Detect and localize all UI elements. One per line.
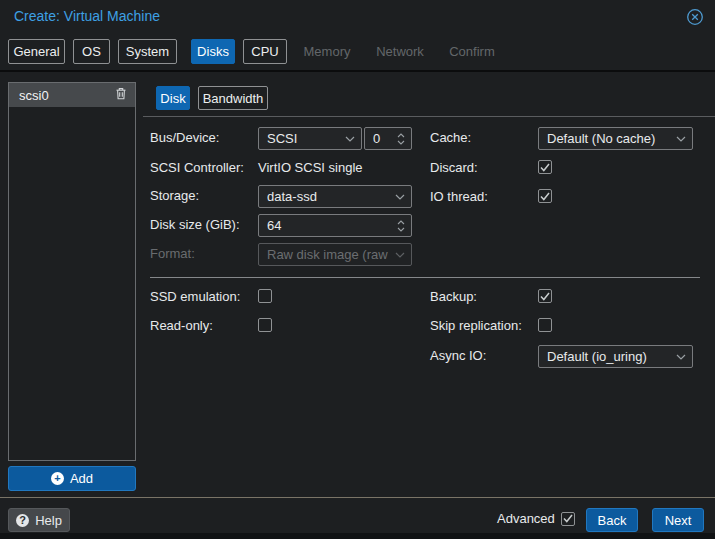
cache-combobox[interactable]: Default (No cache) [538, 127, 693, 150]
chevron-down-icon [676, 354, 686, 360]
header-divider [0, 70, 715, 72]
create-vm-dialog: Create: Virtual Machine General OS Syste… [0, 0, 715, 539]
io-thread-label: IO thread: [430, 189, 488, 205]
chevron-down-icon [395, 252, 405, 258]
tab-cpu[interactable]: CPU [243, 39, 287, 64]
tab-os[interactable]: OS [73, 39, 110, 64]
disk-size-spinner[interactable]: 64 [258, 214, 412, 237]
disk-list-item-scsi0[interactable]: scsi0 [9, 83, 135, 107]
add-disk-button[interactable]: + Add [8, 466, 136, 491]
subtab-disk[interactable]: Disk [156, 86, 190, 110]
format-label: Format: [150, 246, 195, 262]
back-button[interactable]: Back [586, 508, 638, 532]
subtab-divider [143, 116, 715, 117]
tab-memory: Memory [303, 39, 351, 64]
spinner-arrows-icon[interactable] [397, 133, 405, 145]
backup-checkbox[interactable] [538, 289, 552, 303]
chevron-down-icon [395, 194, 405, 200]
bus-device-label: Bus/Device: [150, 130, 219, 146]
tab-confirm: Confirm [448, 39, 496, 64]
footer-divider [0, 497, 715, 498]
next-button[interactable]: Next [652, 508, 704, 532]
disk-list-panel: scsi0 [8, 82, 136, 461]
read-only-checkbox[interactable] [258, 318, 272, 332]
chevron-down-icon [676, 136, 686, 142]
subtab-bandwidth[interactable]: Bandwidth [198, 86, 268, 110]
help-button[interactable]: ? Help [8, 508, 70, 532]
async-io-label: Async IO: [430, 348, 486, 364]
skip-replication-checkbox[interactable] [538, 318, 552, 332]
disk-item-label: scsi0 [19, 88, 115, 103]
io-thread-checkbox[interactable] [538, 189, 552, 203]
storage-label: Storage: [150, 188, 199, 204]
backup-label: Backup: [430, 289, 477, 305]
tab-system[interactable]: System [118, 39, 177, 64]
discard-label: Discard: [430, 160, 478, 176]
advanced-checkbox[interactable] [561, 512, 575, 526]
chevron-down-icon [345, 136, 355, 142]
disk-size-label: Disk size (GiB): [150, 217, 240, 233]
scsi-controller-value: VirtIO SCSI single [258, 160, 363, 176]
advanced-label: Advanced [497, 511, 555, 526]
question-circle-icon: ? [16, 514, 29, 527]
window-bottom-edge [0, 533, 715, 539]
discard-checkbox[interactable] [538, 160, 552, 174]
advanced-toggle: Advanced [497, 511, 575, 526]
storage-combobox[interactable]: data-ssd [258, 185, 412, 208]
close-icon[interactable] [686, 8, 704, 26]
section-divider [150, 277, 700, 278]
cache-label: Cache: [430, 130, 471, 146]
trash-icon[interactable] [115, 87, 127, 103]
plus-circle-icon: + [51, 472, 64, 485]
ssd-emulation-checkbox[interactable] [258, 289, 272, 303]
ssd-emulation-label: SSD emulation: [150, 289, 240, 305]
spinner-arrows-icon[interactable] [397, 220, 405, 232]
tab-disks[interactable]: Disks [191, 39, 235, 64]
page-title: Create: Virtual Machine [14, 8, 160, 24]
scsi-controller-label: SCSI Controller: [150, 160, 244, 176]
skip-replication-label: Skip replication: [430, 318, 522, 334]
bus-combobox[interactable]: SCSI [258, 127, 362, 150]
async-io-combobox[interactable]: Default (io_uring) [538, 345, 693, 368]
tab-general[interactable]: General [8, 39, 65, 64]
bus-number-spinner[interactable]: 0 [364, 127, 412, 150]
tab-network: Network [375, 39, 425, 64]
read-only-label: Read-only: [150, 318, 213, 334]
format-combobox: Raw disk image (raw [258, 243, 412, 266]
